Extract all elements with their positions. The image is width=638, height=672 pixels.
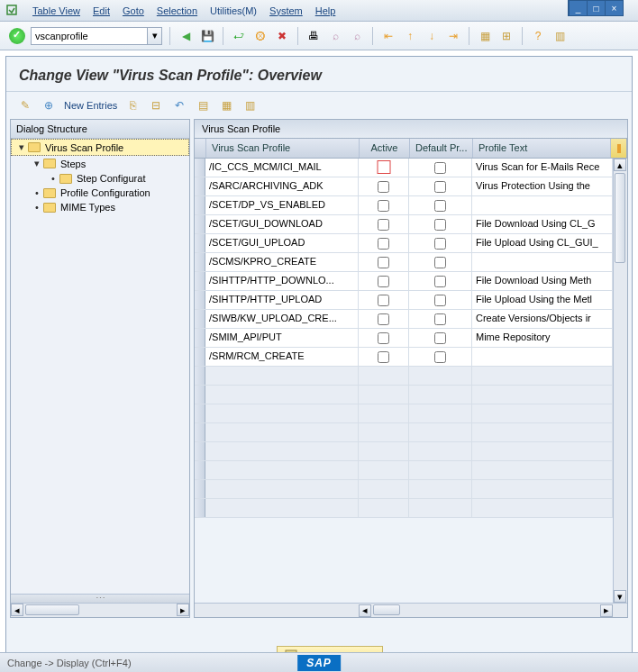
- cell-text[interactable]: Virus Scan for E-Mails Rece: [472, 159, 613, 177]
- delete-icon[interactable]: ⊟: [148, 97, 164, 114]
- cell-profile[interactable]: /SIWB/KW_UPLOAD_CRE...: [205, 310, 359, 328]
- table-row[interactable]: /SCET/DP_VS_ENABLED: [195, 196, 627, 215]
- tree-item[interactable]: •Profile Configuration: [11, 186, 189, 200]
- table-row[interactable]: /IC_CCS_MCM/ICI_MAILVirus Scan for E-Mai…: [195, 159, 627, 177]
- prev-page-icon[interactable]: ↑: [402, 28, 418, 44]
- cell-active[interactable]: [359, 215, 409, 233]
- grid-h-scrollbar[interactable]: ◂ ▸: [195, 603, 627, 617]
- back-button[interactable]: ⮐: [231, 28, 247, 44]
- checkbox[interactable]: [434, 257, 446, 268]
- cell-profile[interactable]: /SCET/GUI_UPLOAD: [205, 234, 359, 252]
- last-page-icon[interactable]: ⇥: [445, 28, 461, 44]
- layout-icon[interactable]: ▥: [551, 28, 568, 44]
- checkbox[interactable]: [377, 160, 390, 174]
- cell-active[interactable]: [359, 196, 409, 214]
- tree-item[interactable]: •MIME Types: [11, 200, 189, 214]
- col-header-text[interactable]: Profile Text: [473, 139, 611, 158]
- checkbox[interactable]: [434, 276, 446, 287]
- back-icon[interactable]: ◀: [178, 28, 194, 44]
- checkbox[interactable]: [378, 219, 389, 231]
- checkbox[interactable]: [434, 351, 446, 363]
- checkbox[interactable]: [378, 200, 389, 212]
- tree-resizer[interactable]: ⋯: [11, 594, 189, 603]
- cell-text[interactable]: Mime Repository: [472, 329, 613, 347]
- cell-profile[interactable]: /SCMS/KPRO_CREATE: [205, 253, 359, 271]
- menu-system[interactable]: System: [269, 5, 303, 16]
- tree-item[interactable]: •Step Configurat: [11, 171, 189, 186]
- scroll-right-icon[interactable]: ▸: [177, 604, 189, 616]
- cell-text[interactable]: [472, 348, 613, 366]
- checkbox[interactable]: [434, 200, 446, 212]
- row-selector-header[interactable]: [195, 139, 206, 158]
- shortcut-icon[interactable]: ⊞: [498, 28, 515, 44]
- checkbox[interactable]: [378, 332, 389, 344]
- close-button[interactable]: ×: [605, 1, 623, 15]
- cell-profile[interactable]: /SCET/GUI_DOWNLOAD: [205, 215, 359, 233]
- cell-default[interactable]: [409, 253, 472, 271]
- undo-icon[interactable]: ↶: [171, 97, 187, 114]
- menu-edit[interactable]: Edit: [93, 5, 110, 16]
- checkbox[interactable]: [378, 276, 389, 287]
- menu-help[interactable]: Help: [315, 5, 336, 16]
- scroll-thumb[interactable]: [25, 604, 79, 615]
- cell-text[interactable]: [472, 253, 613, 271]
- table-row[interactable]: /SARC/ARCHIVING_ADKVirus Protection Usin…: [195, 177, 627, 196]
- checkbox[interactable]: [378, 351, 389, 363]
- new-entries-button[interactable]: New Entries: [64, 100, 117, 111]
- find-icon[interactable]: ⌕: [327, 28, 343, 44]
- menu-expand-icon[interactable]: [5, 4, 20, 18]
- next-page-icon[interactable]: ↓: [424, 28, 440, 44]
- table-row[interactable]: /SIWB/KW_UPLOAD_CRE...Create Versions/Ob…: [195, 310, 627, 329]
- scroll-up-icon[interactable]: ▴: [614, 159, 626, 171]
- print-icon[interactable]: 🖶: [305, 28, 322, 44]
- checkbox[interactable]: [378, 238, 389, 250]
- cell-default[interactable]: [409, 159, 472, 177]
- new-session-icon[interactable]: ▦: [477, 28, 493, 44]
- checkbox[interactable]: [434, 238, 446, 250]
- collapse-icon[interactable]: ▾: [17, 141, 26, 153]
- checkbox[interactable]: [434, 162, 446, 174]
- checkbox[interactable]: [434, 313, 446, 325]
- row-selector[interactable]: [195, 177, 205, 195]
- cell-active[interactable]: [359, 234, 409, 252]
- help-icon[interactable]: ?: [530, 28, 546, 44]
- row-selector[interactable]: [195, 310, 205, 328]
- checkbox[interactable]: [434, 181, 446, 193]
- save-icon[interactable]: 💾: [199, 28, 215, 44]
- cell-text[interactable]: Create Versions/Objects ir: [472, 310, 613, 328]
- cell-default[interactable]: [409, 215, 472, 233]
- scroll-down-icon[interactable]: ▾: [614, 590, 626, 603]
- checkbox[interactable]: [434, 219, 446, 231]
- bullet-icon[interactable]: •: [32, 187, 41, 198]
- cell-default[interactable]: [409, 348, 472, 366]
- expand-icon[interactable]: ⊕: [41, 97, 57, 114]
- cell-text[interactable]: File Upload Using the Metl: [472, 291, 613, 309]
- tree-item[interactable]: ▾Virus Scan Profile: [11, 139, 189, 156]
- menu-utilities[interactable]: Utilities(M): [210, 5, 257, 16]
- bullet-icon[interactable]: •: [49, 173, 58, 184]
- copy-icon[interactable]: ⎘: [124, 97, 141, 114]
- cell-profile[interactable]: /SIHTTP/HTTP_DOWNLO...: [205, 272, 359, 290]
- cell-active[interactable]: [359, 329, 409, 347]
- configure-columns-icon[interactable]: [611, 139, 627, 158]
- minimize-button[interactable]: _: [569, 1, 587, 15]
- cell-profile[interactable]: /SCET/DP_VS_ENABLED: [205, 196, 359, 214]
- row-selector[interactable]: [195, 196, 205, 214]
- checkbox[interactable]: [378, 313, 389, 325]
- row-selector[interactable]: [195, 215, 205, 233]
- cell-text[interactable]: Virus Protection Using the: [472, 177, 613, 195]
- cell-default[interactable]: [409, 177, 472, 195]
- select-all-icon[interactable]: ▤: [195, 97, 211, 114]
- cell-text[interactable]: File Download Using CL_G: [472, 215, 613, 233]
- scroll-thumb[interactable]: [615, 173, 625, 263]
- row-selector[interactable]: [195, 234, 205, 252]
- cell-default[interactable]: [409, 310, 472, 328]
- exit-icon[interactable]: ⮿: [252, 28, 269, 44]
- first-page-icon[interactable]: ⇤: [380, 28, 396, 44]
- cell-profile[interactable]: /SRM/RCM_CREATE: [205, 348, 359, 366]
- cell-text[interactable]: File Download Using Meth: [472, 272, 613, 290]
- cell-default[interactable]: [409, 329, 472, 347]
- tree-item[interactable]: ▾Steps: [11, 156, 189, 171]
- bullet-icon[interactable]: •: [32, 202, 41, 213]
- scroll-left-icon[interactable]: ◂: [11, 604, 23, 616]
